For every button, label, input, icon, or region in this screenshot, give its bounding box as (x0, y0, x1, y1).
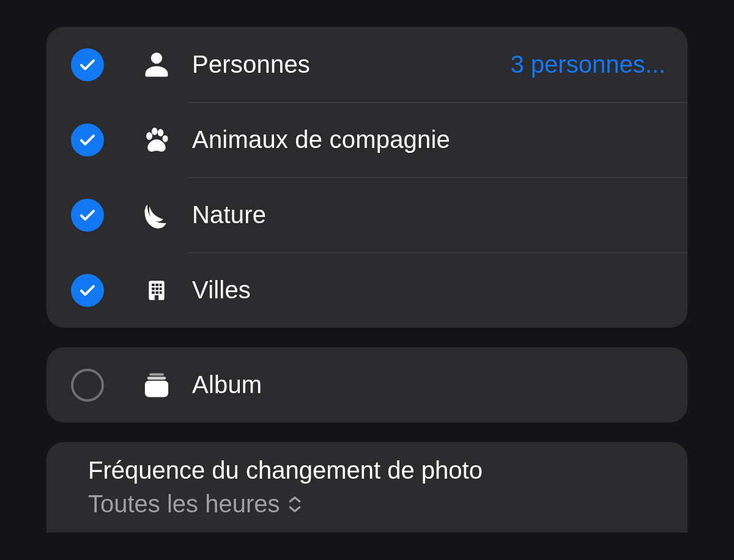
svg-rect-6 (152, 283, 155, 286)
svg-rect-10 (155, 287, 158, 290)
svg-rect-13 (155, 291, 158, 293)
check-icon (78, 206, 97, 224)
svg-rect-9 (152, 287, 155, 290)
frequency-selector[interactable]: Toutes les heures (88, 490, 663, 518)
frequency-title: Fréquence du changement de photo (88, 457, 663, 484)
category-row-people[interactable]: Personnes 3 personnes... (46, 27, 688, 102)
svg-point-2 (152, 127, 158, 134)
svg-rect-8 (160, 283, 162, 286)
leaf-icon (138, 199, 175, 231)
radio-album[interactable] (71, 369, 104, 402)
checkbox-nature[interactable] (71, 199, 104, 232)
checkbox-pets[interactable] (71, 123, 104, 157)
album-row[interactable]: Album (46, 347, 688, 422)
svg-point-3 (158, 129, 164, 136)
album-label: Album (192, 371, 665, 399)
check-icon (78, 131, 97, 149)
up-down-chevron-icon (286, 491, 303, 518)
svg-rect-15 (155, 295, 158, 300)
category-detail-people[interactable]: 3 personnes... (511, 51, 666, 78)
categories-panel: Personnes 3 personnes... Animaux de comp… (46, 27, 688, 328)
category-row-pets[interactable]: Animaux de compagnie (46, 102, 688, 177)
svg-point-4 (163, 135, 168, 142)
category-label: Villes (192, 276, 665, 304)
category-row-cities[interactable]: Villes (46, 252, 688, 328)
checkbox-cities[interactable] (71, 274, 104, 307)
svg-rect-11 (160, 287, 162, 290)
svg-rect-16 (149, 373, 164, 375)
check-icon (78, 56, 97, 74)
category-row-nature[interactable]: Nature (46, 177, 688, 252)
svg-rect-7 (155, 283, 158, 286)
paw-icon (138, 124, 175, 156)
svg-point-0 (151, 53, 162, 64)
category-label: Animaux de compagnie (192, 126, 665, 153)
svg-rect-14 (160, 291, 162, 293)
category-label: Nature (192, 201, 665, 229)
svg-rect-17 (147, 377, 166, 380)
frequency-value: Toutes les heures (88, 490, 280, 518)
category-label: Personnes (192, 51, 511, 78)
frequency-panel: Fréquence du changement de photo Toutes … (46, 442, 688, 532)
person-icon (138, 49, 175, 81)
album-panel: Album (46, 347, 688, 422)
album-icon (138, 369, 175, 401)
svg-rect-18 (145, 380, 168, 397)
svg-point-1 (146, 132, 152, 140)
check-icon (78, 281, 97, 300)
building-icon (138, 275, 175, 306)
checkbox-people[interactable] (71, 48, 104, 81)
svg-rect-12 (152, 291, 155, 293)
